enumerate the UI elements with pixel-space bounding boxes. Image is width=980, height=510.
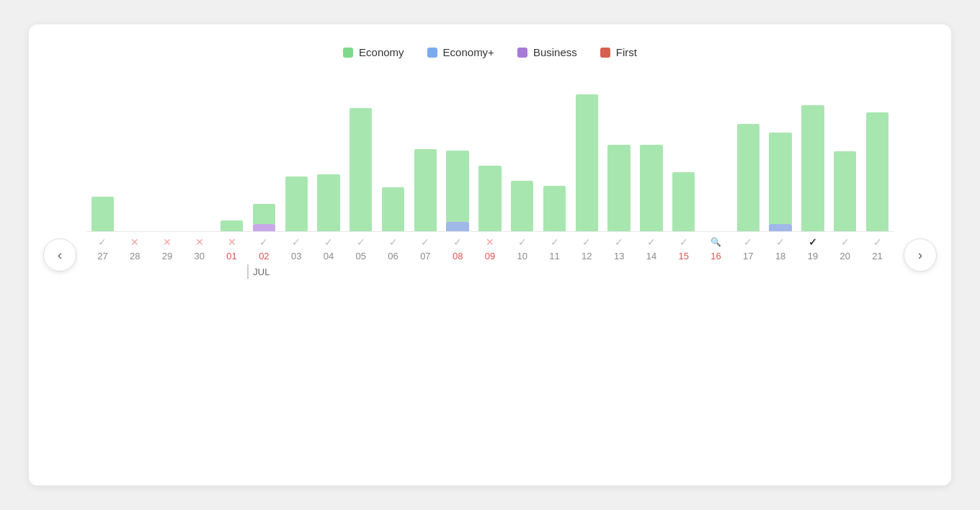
status-icon-07: ✓ — [421, 236, 429, 248]
bar-col-11 — [538, 87, 571, 231]
bar-economy-15 — [672, 172, 695, 231]
next-button[interactable]: › — [904, 238, 937, 272]
bar-stack-09 — [478, 166, 501, 231]
status-icon-17: ✓ — [744, 236, 752, 248]
status-icon-03: ✓ — [292, 236, 300, 248]
date-label-30: 30 — [183, 251, 215, 261]
icon-col-30: ✕ — [183, 236, 215, 248]
icons-row: ✓✕✕✕✕✓✓✓✓✓✓✓✕✓✓✓✓✓✓🔍✓✓✓✓✓ — [86, 236, 894, 248]
prev-button[interactable]: ‹ — [43, 238, 76, 272]
bar-stack-01 — [220, 220, 243, 231]
date-label-07: 07 — [409, 251, 442, 261]
status-icon-02: ✓ — [259, 236, 268, 248]
bar-economy-plus-18 — [769, 224, 791, 231]
date-label-16: 16 — [700, 251, 732, 261]
bar-stack-13 — [607, 145, 630, 231]
date-label-28: 28 — [119, 251, 151, 261]
bar-economy-18 — [769, 133, 791, 224]
legend-item-first: First — [600, 46, 637, 58]
bar-business-02 — [253, 224, 275, 231]
bar-col-08 — [442, 87, 474, 231]
status-icon-18: ✓ — [776, 236, 785, 248]
bar-col-18 — [765, 87, 797, 231]
bar-col-10 — [506, 87, 538, 231]
icon-col-29: ✕ — [151, 236, 184, 248]
icon-col-07: ✓ — [409, 236, 442, 248]
bar-col-02 — [248, 87, 280, 231]
date-label-29: 29 — [151, 251, 184, 261]
status-icon-01: ✕ — [228, 236, 236, 248]
date-label-15: 15 — [667, 251, 700, 261]
icon-col-17: ✓ — [732, 236, 765, 248]
bar-col-07 — [409, 87, 442, 231]
chart-area: ✓✕✕✕✕✓✓✓✓✓✓✓✕✓✓✓✓✓✓🔍✓✓✓✓✓ 27282930010203… — [86, 87, 894, 286]
status-icon-15: ✓ — [680, 236, 688, 248]
bar-economy-03 — [285, 176, 308, 231]
bar-economy-06 — [382, 187, 404, 231]
legend: EconomyEconomy+BusinessFirst — [86, 46, 894, 58]
date-label-21: 21 — [861, 251, 894, 261]
icon-col-27: ✓ — [86, 236, 119, 248]
icon-col-18: ✓ — [765, 236, 797, 248]
bar-col-03 — [280, 87, 313, 231]
bar-stack-20 — [834, 151, 856, 231]
date-label-05: 05 — [344, 251, 377, 261]
icon-col-05: ✓ — [344, 236, 377, 248]
bar-col-28 — [119, 87, 151, 231]
bar-stack-12 — [576, 94, 598, 231]
bar-stack-10 — [511, 181, 533, 231]
status-icon-21: ✓ — [873, 236, 882, 248]
bar-col-29 — [151, 87, 184, 231]
date-label-14: 14 — [636, 251, 668, 261]
legend-label-economy-plus: Economy+ — [443, 46, 494, 58]
bar-economy-04 — [317, 174, 339, 231]
bar-stack-17 — [737, 124, 760, 231]
status-icon-13: ✓ — [615, 236, 623, 248]
date-label-19: 19 — [797, 251, 829, 261]
legend-label-first: First — [616, 46, 637, 58]
bar-stack-11 — [543, 186, 566, 231]
date-label-10: 10 — [506, 251, 538, 261]
legend-item-business: Business — [517, 46, 577, 58]
bar-stack-21 — [866, 112, 888, 231]
legend-dot-economy-plus — [427, 48, 437, 58]
status-icon-09: ✕ — [486, 236, 494, 248]
date-label-11: 11 — [538, 251, 571, 261]
bar-stack-04 — [317, 174, 339, 231]
icon-col-09: ✕ — [474, 236, 507, 248]
chevron-left-icon: ‹ — [58, 248, 62, 263]
status-icon-14: ✓ — [647, 236, 656, 248]
date-label-17: 17 — [732, 251, 765, 261]
date-label-01: 01 — [215, 251, 248, 261]
date-label-08: 08 — [442, 251, 474, 261]
month-label-row: JUL — [86, 264, 894, 286]
icon-col-04: ✓ — [313, 236, 345, 248]
status-icon-28: ✕ — [130, 236, 139, 248]
bar-col-16 — [700, 87, 732, 231]
status-icon-30: ✕ — [195, 236, 204, 248]
legend-dot-economy — [343, 48, 353, 58]
date-label-13: 13 — [603, 251, 636, 261]
bar-stack-06 — [382, 187, 404, 231]
bar-economy-11 — [543, 186, 566, 231]
dates-row: 2728293001020304050607080910111213141516… — [86, 251, 894, 261]
status-icon-20: ✓ — [841, 236, 850, 248]
chevron-right-icon: › — [918, 248, 922, 263]
icon-col-13: ✓ — [603, 236, 636, 248]
date-label-20: 20 — [829, 251, 861, 261]
bar-stack-03 — [285, 176, 308, 231]
status-icon-06: ✓ — [389, 236, 398, 248]
status-icon-04: ✓ — [324, 236, 333, 248]
bar-col-27 — [86, 87, 119, 231]
bar-col-30 — [183, 87, 215, 231]
status-icon-12: ✓ — [582, 236, 591, 248]
bar-economy-17 — [737, 124, 760, 231]
bar-stack-07 — [414, 149, 437, 231]
bar-col-09 — [474, 87, 507, 231]
status-icon-05: ✓ — [357, 236, 365, 248]
bar-stack-18 — [769, 133, 791, 231]
bar-economy-13 — [607, 145, 630, 231]
icon-col-15: ✓ — [667, 236, 700, 248]
icon-col-11: ✓ — [538, 236, 571, 248]
status-icon-27: ✓ — [98, 236, 107, 248]
